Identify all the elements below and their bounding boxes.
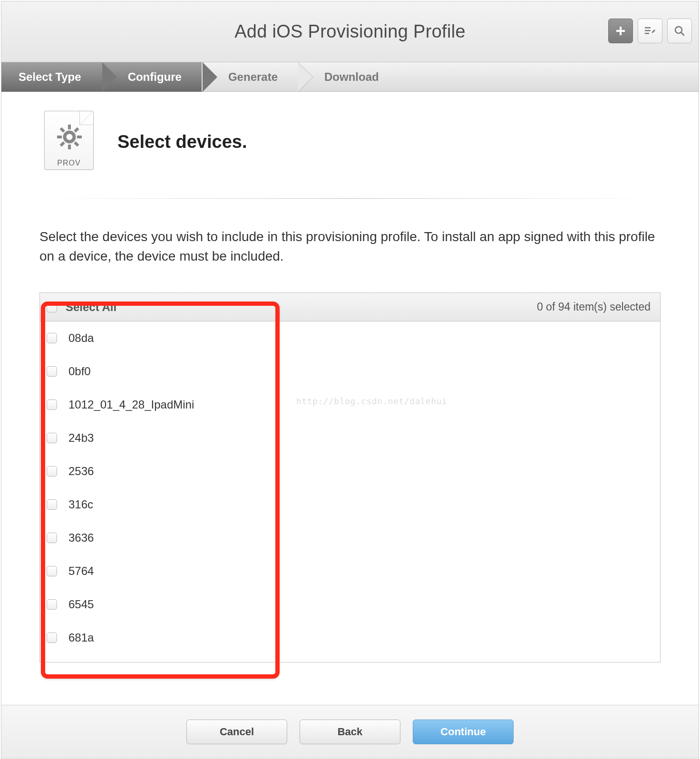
step-navigation: Select Type Configure Generate Download — [1, 62, 699, 92]
page-header: Add iOS Provisioning Profile — [1, 1, 699, 62]
selection-count: 0 of 94 item(s) selected — [537, 301, 651, 313]
gear-icon — [56, 124, 83, 150]
device-name: 1012_01_4_28_IpadMini — [68, 398, 194, 411]
table-row[interactable]: 6545 — [40, 588, 660, 621]
svg-rect-2 — [645, 27, 651, 29]
device-table: Select All 0 of 94 item(s) selected 08da… — [39, 292, 661, 662]
search-icon — [674, 25, 685, 37]
svg-point-7 — [65, 132, 74, 142]
table-row[interactable]: 0bf0 — [40, 355, 660, 388]
table-row[interactable]: 5764 — [40, 555, 660, 588]
instructions-text: Select the devices you wish to include i… — [39, 227, 661, 266]
heading-row: PROV Select devices. — [39, 111, 661, 173]
table-row[interactable]: 2536 — [40, 455, 660, 488]
table-row[interactable]: 3636 — [40, 521, 660, 555]
step-configure[interactable]: Configure — [102, 62, 203, 92]
edit-list-icon — [644, 26, 656, 36]
svg-line-6 — [681, 32, 684, 35]
device-name: 6545 — [68, 598, 94, 611]
section-heading: Select devices. — [117, 132, 247, 152]
device-name: 316c — [68, 498, 93, 511]
select-all-checkbox[interactable] — [47, 302, 57, 312]
plus-icon — [615, 26, 626, 36]
device-name: 24b3 — [68, 431, 94, 445]
table-body[interactable]: 08da0bf01012_01_4_28_IpadMini24b32536316… — [40, 321, 660, 662]
header-toolbar — [608, 19, 692, 43]
device-name: 5764 — [68, 564, 94, 578]
page-title: Add iOS Provisioning Profile — [234, 21, 466, 42]
device-checkbox[interactable] — [47, 499, 57, 510]
edit-button[interactable] — [638, 19, 662, 43]
svg-rect-11 — [77, 136, 82, 138]
device-name: 3636 — [68, 531, 94, 545]
svg-rect-12 — [74, 127, 79, 132]
device-checkbox[interactable] — [47, 433, 57, 443]
divider — [39, 198, 661, 199]
table-row[interactable]: 681a — [40, 621, 660, 654]
step-download: Download — [299, 62, 400, 92]
device-checkbox[interactable] — [47, 366, 57, 377]
svg-rect-1 — [616, 30, 625, 32]
back-button[interactable]: Back — [300, 720, 400, 744]
device-name: 08da — [68, 331, 94, 345]
svg-rect-14 — [59, 127, 65, 132]
search-button[interactable] — [667, 19, 692, 43]
device-name: 0bf0 — [68, 365, 91, 378]
svg-rect-4 — [645, 33, 649, 34]
device-checkbox[interactable] — [47, 566, 57, 576]
select-all-label: Select All — [66, 301, 117, 314]
svg-rect-3 — [645, 30, 651, 31]
continue-button[interactable]: Continue — [413, 720, 514, 744]
table-row[interactable]: 24b3 — [40, 421, 660, 455]
svg-rect-8 — [68, 125, 71, 129]
device-checkbox[interactable] — [47, 632, 57, 643]
device-name: 2536 — [68, 465, 94, 478]
prov-icon-label: PROV — [45, 159, 93, 167]
bottom-action-bar: Cancel Back Continue — [1, 705, 699, 758]
device-checkbox[interactable] — [47, 399, 57, 410]
table-row[interactable]: 1012_01_4_28_IpadMini — [40, 388, 660, 421]
svg-rect-9 — [68, 145, 71, 149]
device-checkbox[interactable] — [47, 533, 57, 543]
svg-rect-15 — [74, 141, 79, 146]
device-checkbox[interactable] — [47, 466, 57, 477]
svg-rect-13 — [59, 141, 65, 146]
device-checkbox[interactable] — [47, 599, 57, 610]
add-button[interactable] — [608, 19, 633, 43]
svg-rect-10 — [57, 136, 62, 138]
cancel-button[interactable]: Cancel — [186, 720, 287, 744]
provisioning-profile-icon: PROV — [44, 111, 96, 173]
device-name: 681a — [68, 631, 94, 644]
table-header: Select All 0 of 94 item(s) selected — [40, 293, 660, 321]
step-select-type[interactable]: Select Type — [1, 62, 102, 92]
table-row[interactable]: 316c — [40, 488, 660, 521]
device-checkbox[interactable] — [47, 333, 57, 343]
table-row[interactable]: 08da — [40, 321, 660, 355]
